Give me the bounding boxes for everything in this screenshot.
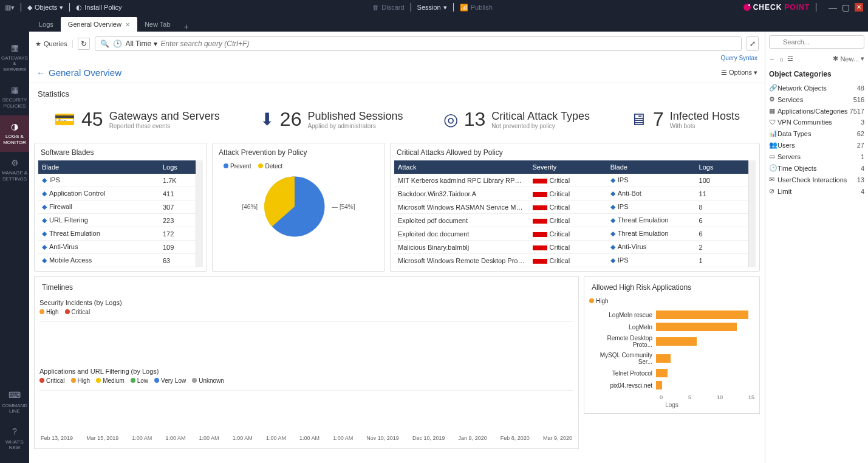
object-search-input[interactable] [769, 35, 864, 49]
category-item[interactable]: 🔗Network Objects48 [769, 82, 864, 94]
nav-back-icon[interactable]: ← [769, 55, 776, 63]
table-row[interactable]: ◆Anti-Virus109 [38, 241, 196, 254]
bar-chart-xlabel: Logs [589, 400, 754, 408]
category-name: UserCheck Interactions [777, 176, 857, 183]
category-icon: 🛡 [769, 118, 777, 126]
blade-icon: ◆ [42, 243, 47, 250]
table-row[interactable]: ◆Firewall307 [38, 201, 196, 214]
category-item[interactable]: 🛡VPN Communities3 [769, 117, 864, 128]
category-item[interactable]: 📊Data Types62 [769, 128, 864, 139]
category-item[interactable]: ⊘Limit4 [769, 185, 864, 197]
options-menu[interactable]: ☰ Options ▾ [721, 69, 757, 77]
time-filter-dropdown[interactable]: All Time ▾ [126, 39, 157, 48]
axis-tick: Feb 13, 2019 [41, 435, 73, 441]
category-item[interactable]: ▦Applications/Categories7517 [769, 105, 864, 117]
close-button[interactable]: ✕ [855, 3, 863, 12]
add-tab-button[interactable]: + [178, 22, 195, 32]
category-count: 48 [857, 84, 864, 92]
stat-subtitle: Reported these events [109, 123, 220, 129]
table-row[interactable]: ◆Mobile Access63 [38, 254, 196, 267]
pie-chart [261, 173, 328, 240]
policies-icon: ▦ [1, 85, 28, 95]
nav-command-line[interactable]: ⌨COMMAND LINE [0, 384, 29, 420]
nav-security-policies[interactable]: ▦SECURITY POLICIES [0, 79, 29, 115]
back-button[interactable]: ← [36, 68, 45, 78]
brand-dot-icon [743, 4, 751, 11]
table-row[interactable]: ◆URL Filtering223 [38, 214, 196, 227]
maximize-button[interactable]: ▢ [842, 3, 850, 12]
bar-row: Remote Desktop Proto... [589, 335, 754, 348]
table-row[interactable]: ◆Application Control411 [38, 187, 196, 201]
table-row[interactable]: MIT Kerberos kadmind RPC Library RPCSEC_… [394, 174, 748, 187]
discard-button[interactable]: 🗑 Discard [372, 4, 404, 11]
nav-whats-new[interactable]: ?WHAT'S NEW [0, 420, 29, 457]
table-row[interactable]: Exploited pdf documentCritical◆Threat Em… [394, 214, 748, 227]
search-input[interactable] [161, 39, 736, 48]
minimize-button[interactable]: — [829, 3, 837, 12]
tab-general-overview[interactable]: General Overview✕ [61, 17, 137, 32]
new-object-button[interactable]: ✱ New... ▾ [833, 55, 864, 63]
critical-attacks-table: Attack Severity Blade Logs MIT Kerberos … [394, 160, 748, 267]
table-row[interactable]: Malicious Binary.balmbljCritical◆Anti-Vi… [394, 241, 748, 254]
discard-label: Discard [381, 4, 404, 11]
query-syntax-link[interactable]: Query Syntax [720, 55, 757, 61]
stat-icon: ◎ [443, 109, 458, 129]
table-row[interactable]: ◆Threat Emulation172 [38, 227, 196, 241]
category-item[interactable]: ⚙Services516 [769, 94, 864, 105]
export-button[interactable]: ⤢ [747, 36, 759, 51]
severity-bar-icon [533, 232, 547, 237]
category-item[interactable]: ✉UserCheck Interactions13 [769, 174, 864, 185]
install-policy-button[interactable]: ◐ Install Policy [76, 4, 121, 12]
favorite-queries[interactable]: ★Queries [35, 40, 73, 48]
gateways-icon: ▦ [1, 43, 28, 53]
blade-icon: ◆ [610, 216, 615, 224]
stat-item: 🖥7Infected HostsWith bots [630, 108, 740, 131]
nav-logs-monitor[interactable]: ◑LOGS & MONITOR [0, 115, 29, 152]
star-icon: ★ [35, 40, 41, 48]
category-icon: 🔗 [769, 84, 777, 92]
category-item[interactable]: 👥Users27 [769, 139, 864, 151]
nav-list-icon[interactable]: ☲ [787, 55, 793, 63]
blade-icon: ◆ [42, 230, 47, 237]
table-row[interactable]: Exploited doc documentCritical◆Threat Em… [394, 227, 748, 241]
refresh-button[interactable]: ↻ [78, 38, 90, 50]
critical-attacks-panel: Critical Attacks Allowed by Policy Attac… [390, 143, 760, 272]
scrollbar[interactable] [748, 160, 756, 267]
category-item[interactable]: 🕒Time Objects4 [769, 162, 864, 174]
attack-prevention-panel: Attack Prevention by Policy PreventDetec… [212, 143, 385, 272]
legend-dot-icon [258, 163, 263, 168]
scrollbar[interactable] [196, 160, 203, 267]
nav-home-icon[interactable]: ⌂ [779, 55, 784, 63]
tab-new-tab[interactable]: New Tab [137, 17, 178, 32]
axis-tick: 0 [660, 394, 663, 400]
top-toolbar: ▥▾ ◆ Objects ▾ ◐ Install Policy 🗑 Discar… [0, 0, 868, 15]
category-icon: 👥 [769, 141, 777, 149]
category-count: 62 [857, 130, 864, 137]
tab-logs[interactable]: Logs [32, 17, 61, 32]
category-icon: 📊 [769, 129, 777, 137]
axis-tick: 1:00 AM [132, 435, 152, 441]
table-row[interactable]: Microsoft Windows Remote Desktop Protoco… [394, 254, 748, 267]
axis-tick: 1:00 AM [165, 435, 185, 441]
session-menu[interactable]: Session ▾ [417, 4, 447, 12]
app-menu-icon[interactable]: ▥▾ [5, 4, 15, 12]
axis-tick: 1:00 AM [233, 435, 253, 441]
nav-manage-settings[interactable]: ⚙MANAGE & SETTINGS [0, 152, 29, 188]
table-row[interactable]: Microsoft Windows RASMAN Service Memory … [394, 201, 748, 214]
clock-icon[interactable]: 🕒 [113, 39, 122, 48]
stat-title: Critical Attack Types [491, 110, 590, 123]
severity-bar-icon [533, 179, 547, 183]
close-tab-icon[interactable]: ✕ [125, 21, 130, 28]
nav-gateways[interactable]: ▦GATEWAYS & SERVERS [0, 36, 29, 79]
category-item[interactable]: ▭Servers1 [769, 151, 864, 162]
bar-fill [656, 310, 748, 319]
timeline-legend-1: HighCritical [39, 309, 573, 315]
publish-button[interactable]: 📶 Publish [460, 4, 493, 12]
blade-icon: ◆ [610, 203, 615, 210]
category-count: 27 [857, 142, 864, 149]
table-row[interactable]: ◆IPS1.7K [38, 174, 196, 187]
install-policy-label: Install Policy [84, 4, 121, 11]
objects-menu[interactable]: ◆ Objects ▾ [27, 4, 63, 12]
right-panel: ← ⌂ ☲ ✱ New... ▾ Object Categories 🔗Netw… [765, 32, 868, 463]
table-row[interactable]: Backdoor.Win32.Taidoor.ACritical◆Anti-Bo… [394, 187, 748, 201]
